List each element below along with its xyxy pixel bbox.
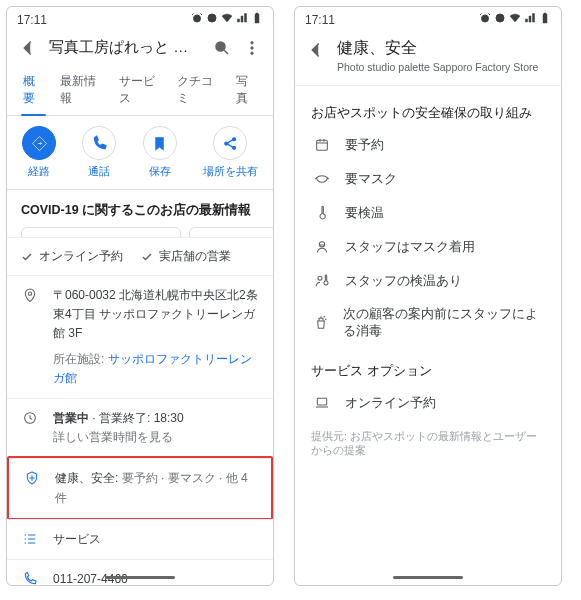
- status-bar: 17:11: [7, 7, 273, 30]
- more-icon[interactable]: [243, 39, 261, 57]
- section-service: サービス オプション: [295, 348, 561, 386]
- health-safety-row[interactable]: 健康、安全: 要予約 · 要マスク · 他 4 件: [9, 458, 271, 517]
- svg-rect-4: [256, 13, 258, 14]
- item-reservation: 要予約: [295, 128, 561, 162]
- phone-icon: [82, 126, 116, 160]
- services-row[interactable]: サービス: [7, 519, 273, 559]
- update-card[interactable]: 新型コロナウイルスんのご家庭にご不えていることと思 2 日前 詳細: [189, 227, 273, 237]
- staff-temp-icon: [313, 272, 331, 290]
- page-title: 写真工房ぱれっと サッポロ...: [49, 38, 201, 57]
- phone-row[interactable]: 011-207-4466: [7, 559, 273, 586]
- share-button[interactable]: 場所を共有: [203, 126, 258, 179]
- svg-rect-17: [543, 14, 547, 23]
- tab-photos[interactable]: 写真: [228, 65, 265, 115]
- tab-services[interactable]: サービス: [111, 65, 170, 115]
- svg-rect-19: [317, 140, 328, 150]
- check-online: オンライン予約: [21, 248, 123, 265]
- item-mask: 要マスク: [295, 162, 561, 196]
- staff-mask-icon: [313, 238, 331, 256]
- directions-button[interactable]: 経路: [22, 126, 56, 179]
- attributes-row: オンライン予約 実店舗の営業: [7, 237, 273, 275]
- shield-icon: [23, 470, 41, 486]
- item-staff-mask: スタッフはマスク着用: [295, 230, 561, 264]
- call-button[interactable]: 通話: [82, 126, 116, 179]
- tab-updates[interactable]: 最新情報: [52, 65, 111, 115]
- address-text: 〒060-0032 北海道札幌市中央区北2条東4丁目 サッポロファクトリーレンガ…: [53, 286, 259, 388]
- label: 通話: [88, 164, 110, 179]
- page-subtitle: Photo studio palette Sapporo Factory Sto…: [337, 61, 549, 73]
- app-bar: 写真工房ぱれっと サッポロ...: [7, 30, 273, 65]
- calendar-icon: [313, 136, 331, 154]
- status-bar: 17:11: [295, 7, 561, 30]
- svg-point-8: [251, 51, 254, 54]
- item-temp: 要検温: [295, 196, 561, 230]
- hours-row[interactable]: 営業中 · 営業終了: 18:30 詳しい営業時間を見る: [7, 398, 273, 457]
- signal-icon: [524, 12, 536, 27]
- tab-reviews[interactable]: クチコミ: [169, 65, 228, 115]
- page-title: 健康、安全: [337, 38, 549, 59]
- svg-point-12: [28, 292, 31, 295]
- svg-point-9: [225, 142, 228, 145]
- app-bar: 健康、安全 Photo studio palette Sapporo Facto…: [295, 30, 561, 81]
- source-note: 提供元: お店やスポットの最新情報とユーザーからの提案: [295, 420, 561, 468]
- svg-point-5: [216, 42, 225, 51]
- check-instore: 実店舗の営業: [141, 248, 231, 265]
- nav-handle[interactable]: [105, 576, 175, 579]
- update-card[interactable]: 新型コロナウイルスによりたくさんのご家庭にご不安やご負担が増えていることと思いま…: [21, 227, 181, 237]
- svg-rect-22: [317, 398, 326, 405]
- svg-point-11: [233, 146, 236, 149]
- location-icon: [206, 12, 218, 27]
- clock: 17:11: [17, 13, 47, 27]
- label: 保存: [149, 164, 171, 179]
- share-icon: [213, 126, 247, 160]
- svg-point-20: [319, 242, 324, 247]
- svg-point-6: [251, 41, 254, 44]
- phone-icon: [21, 571, 39, 586]
- item-sanitize: 次の顧客の案内前にスタッフによる消毒: [295, 298, 561, 348]
- phone-right: 17:11 健康、安全 Photo studio palette Sapporo…: [294, 6, 562, 586]
- battery-icon: [251, 12, 263, 27]
- label: 経路: [28, 164, 50, 179]
- svg-point-2: [208, 14, 216, 22]
- thermometer-icon: [313, 204, 331, 222]
- pin-icon: [21, 287, 39, 303]
- address-row[interactable]: 〒060-0032 北海道札幌市中央区北2条東4丁目 サッポロファクトリーレンガ…: [7, 275, 273, 398]
- sanitize-icon: [313, 314, 329, 332]
- laptop-icon: [313, 394, 331, 412]
- tabs: 概要 最新情報 サービス クチコミ 写真: [7, 65, 273, 116]
- status-icons: [479, 12, 551, 27]
- clock-icon: [21, 410, 39, 426]
- list-icon: [21, 531, 39, 547]
- svg-rect-3: [255, 14, 259, 23]
- svg-point-10: [233, 137, 236, 140]
- wifi-icon: [221, 12, 233, 27]
- item-online-booking: オンライン予約: [295, 386, 561, 420]
- mask-icon: [313, 170, 331, 188]
- section-safety: お店やスポットの安全確保の取り組み: [295, 90, 561, 128]
- alarm-icon: [191, 12, 203, 27]
- phone-left: 17:11 写真工房ぱれっと サッポロ... 概要 最新情報 サービス クチコミ…: [6, 6, 274, 586]
- action-row: 経路 通話 保存 場所を共有: [7, 116, 273, 190]
- alarm-icon: [479, 12, 491, 27]
- wifi-icon: [509, 12, 521, 27]
- svg-point-7: [251, 46, 254, 49]
- clock: 17:11: [305, 13, 335, 27]
- location-icon: [494, 12, 506, 27]
- update-cards: 新型コロナウイルスによりたくさんのご家庭にご不安やご負担が増えていることと思いま…: [7, 227, 273, 237]
- covid-heading: COVID-19 に関するこのお店の最新情報: [7, 190, 273, 227]
- signal-icon: [236, 12, 248, 27]
- svg-point-16: [496, 14, 504, 22]
- back-icon[interactable]: [307, 41, 325, 59]
- svg-point-21: [318, 276, 322, 280]
- nav-handle[interactable]: [393, 576, 463, 579]
- item-staff-temp: スタッフの検温あり: [295, 264, 561, 298]
- status-icons: [191, 12, 263, 27]
- tab-overview[interactable]: 概要: [15, 65, 52, 115]
- label: 場所を共有: [203, 164, 258, 179]
- save-button[interactable]: 保存: [143, 126, 177, 179]
- battery-icon: [539, 12, 551, 27]
- bookmark-icon: [143, 126, 177, 160]
- search-icon[interactable]: [213, 39, 231, 57]
- svg-rect-18: [544, 13, 546, 14]
- back-icon[interactable]: [19, 39, 37, 57]
